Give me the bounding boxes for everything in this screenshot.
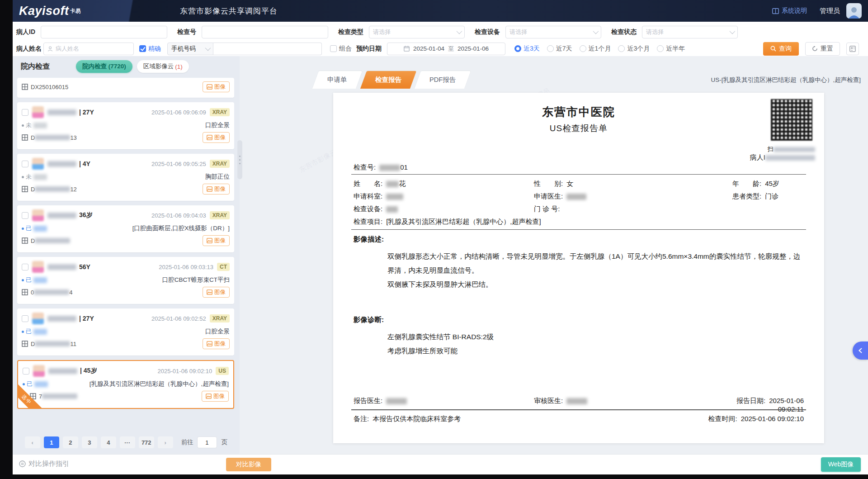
range-3d-label[interactable]: 近3天 (524, 45, 540, 53)
image-icon (207, 238, 212, 243)
range-3m-label[interactable]: 近3个月 (627, 45, 650, 53)
combo-checkbox[interactable] (330, 45, 337, 52)
accession-number: 7 (39, 393, 77, 400)
panel-splitter[interactable] (237, 140, 242, 179)
image-button[interactable]: 图像 (203, 132, 230, 143)
user-avatar[interactable] (846, 3, 862, 19)
next-page-button[interactable]: › (158, 436, 173, 448)
item-checkbox[interactable] (22, 109, 28, 116)
range-3m-radio[interactable] (618, 45, 625, 52)
status-dot (22, 228, 24, 230)
range-7d-label[interactable]: 近7天 (556, 45, 572, 53)
range-7d-radio[interactable] (547, 45, 554, 52)
tab-regional-label: 区域影像云 (143, 62, 174, 71)
exam-type-select[interactable]: 请选择 (369, 26, 465, 38)
search-button[interactable]: 查询 (763, 42, 799, 56)
film-icon (22, 341, 28, 347)
film-icon (22, 289, 28, 295)
compare-guide-label: 对比操作指引 (28, 460, 69, 468)
combo-label: 组合 (339, 45, 352, 53)
page-button-1[interactable]: 1 (44, 436, 59, 448)
exact-label: 精确 (148, 45, 161, 53)
patient-type-value: 门诊 (765, 192, 778, 200)
device-select[interactable]: 请选择 (505, 26, 601, 38)
image-icon (207, 84, 212, 90)
patient-id-input[interactable] (41, 26, 167, 38)
exam-no-input[interactable] (202, 26, 328, 38)
item-checkbox[interactable] (23, 368, 29, 375)
patient-type-label: 患者类型: (732, 192, 761, 200)
web-image-button[interactable]: Web图像 (821, 457, 861, 472)
film-icon (22, 134, 28, 141)
range-1m-radio[interactable] (580, 45, 586, 52)
exam-datetime: 2025-01-06 09:02:10 (158, 368, 212, 375)
tab-regional-cloud[interactable]: 区域影像云(1) (137, 60, 189, 73)
page-ellipsis[interactable]: ··· (120, 436, 135, 448)
report-date-value: 2025-01-06 09:02:11 (769, 397, 804, 413)
phone-input[interactable] (213, 43, 322, 55)
page-unit-label: 页 (222, 438, 228, 446)
phone-field-select[interactable]: 手机号码 (167, 43, 213, 55)
chevron-left-icon (858, 347, 863, 354)
exam-list-item[interactable]: | 27Y 2025-01-06 09:06:09 XRAY 未 口腔全景 D1… (17, 102, 234, 149)
exam-datetime: 2025-01-06 09:05:25 (151, 161, 206, 167)
system-help-link[interactable]: 系统说明 (772, 7, 807, 15)
modality-badge: US (216, 367, 229, 375)
status-select[interactable]: 请选择 (642, 26, 738, 38)
logo-suffix: 卡易 (70, 7, 81, 15)
collapse-panel-button[interactable] (853, 341, 868, 360)
image-button[interactable]: 图像 (203, 184, 230, 194)
date-range-picker[interactable]: 2025-01-04 至 2025-01-06 (387, 43, 505, 55)
page-button-3[interactable]: 3 (82, 436, 97, 448)
range-6m-radio[interactable] (657, 45, 664, 52)
system-help-label: 系统说明 (782, 7, 807, 15)
goto-label: 前往 (181, 438, 193, 446)
logo: Kayisoft 卡易 (13, 0, 162, 22)
compare-guide-link[interactable]: 对比操作指引 (19, 460, 69, 468)
tab-exam-report[interactable]: 检查报告 (360, 71, 416, 89)
image-icon (206, 394, 212, 399)
item-checkbox[interactable] (22, 161, 28, 167)
image-button[interactable]: 图像 (203, 338, 230, 349)
exam-list-item[interactable]: | 27Y 2025-01-06 09:02:52 XRAY 已 口腔全景 D1… (17, 308, 234, 356)
page-button-2[interactable]: 2 (63, 436, 78, 448)
tab-pdf-report[interactable]: PDF报告 (414, 71, 470, 89)
item-checkbox[interactable] (22, 315, 28, 322)
range-3d-radio[interactable] (514, 45, 521, 52)
image-button[interactable]: 图像 (202, 391, 229, 402)
compare-images-button[interactable]: 对比影像 (226, 458, 271, 471)
status-redacted (33, 123, 47, 128)
exam-list-item[interactable]: 56Y 2025-01-06 09:03:13 CT 已 口腔CBCT锥形束CT… (17, 257, 234, 304)
item-checkbox[interactable] (22, 212, 28, 219)
patient-name-placeholder: 病人姓名 (56, 45, 79, 53)
username[interactable]: 管理员 (820, 7, 840, 15)
device-placeholder: 请选择 (509, 28, 527, 36)
req-doctor-label: 申请医生: (534, 192, 563, 200)
top-bar: Kayisoft 卡易 东营市影像云共享调阅平台 系统说明 管理员 (13, 0, 868, 22)
patient-name-input[interactable]: 病人姓名 (43, 43, 134, 55)
layout-toggle-button[interactable] (846, 43, 859, 55)
dept-label: 申请科室: (354, 192, 382, 200)
image-button[interactable]: 图像 (203, 81, 230, 92)
image-button[interactable]: 图像 (203, 287, 230, 298)
range-1m-label[interactable]: 近1个月 (589, 45, 611, 53)
goto-page-input[interactable] (197, 436, 217, 448)
image-button-label: 图像 (214, 289, 226, 296)
item-checkbox[interactable] (22, 264, 28, 270)
image-button[interactable]: 图像 (203, 235, 230, 246)
description-paragraph-2: 双侧腋下未探及明显肿大淋巴结。 (387, 277, 804, 291)
exam-list-item[interactable]: | 4Y 2025-01-06 09:05:25 XRAY 未 胸部正位 D12 (17, 154, 234, 201)
exam-list-item[interactable]: 36岁 2025-01-06 09:04:03 XRAY 已 [口腔曲面断层,口… (17, 205, 234, 252)
tab-inhospital[interactable]: 院内检查 (7720) (76, 60, 132, 73)
reset-button[interactable]: 重置 (805, 42, 840, 56)
page-button-last[interactable]: 772 (139, 436, 154, 448)
exam-list-item-selected[interactable]: | 45岁 2025-01-06 09:02:10 US 已 [乳腺及其引流区淋… (17, 360, 234, 409)
prev-page-button[interactable]: ‹ (25, 436, 40, 448)
range-6m-label[interactable]: 近半年 (666, 45, 685, 53)
patient-age: 56Y (79, 263, 90, 270)
page-button-4[interactable]: 4 (101, 436, 116, 448)
tab-request-form[interactable]: 申请单 (312, 71, 362, 89)
status-redacted (33, 277, 47, 283)
exam-list-item[interactable]: DX250106015 图像 (17, 78, 234, 98)
exact-checkbox[interactable] (139, 45, 146, 52)
